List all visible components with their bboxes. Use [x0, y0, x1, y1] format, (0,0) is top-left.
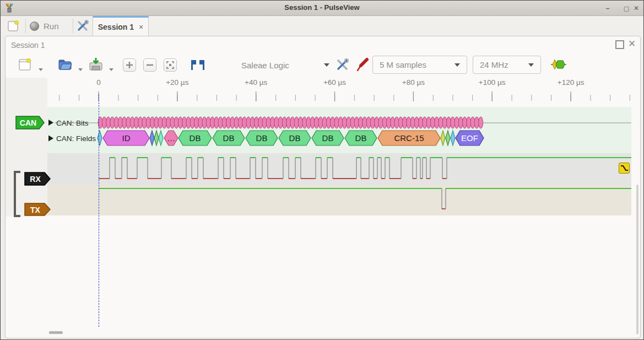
main-toolbar: Run Session 1 ×	[1, 16, 644, 36]
plus-icon	[126, 61, 133, 69]
zoom-out-button[interactable]	[143, 58, 156, 72]
session-dock: Session 1 ✕	[5, 36, 641, 338]
close-button[interactable]: ✕	[632, 4, 641, 13]
sample-count-select[interactable]: 5 M samples	[372, 56, 467, 74]
zoom-fit-button[interactable]	[164, 58, 177, 72]
device-select[interactable]: Saleae Logic	[237, 56, 333, 74]
tab-label: Session 1	[98, 23, 134, 31]
show-cursors-button[interactable]	[190, 58, 206, 74]
dock-close-icon[interactable]: ✕	[628, 38, 636, 50]
maximize-button[interactable]: ▢	[622, 4, 631, 13]
probe-icon	[356, 57, 370, 72]
save-dropdown-caret[interactable]	[109, 68, 113, 71]
pulseview-window: { "window": { "title": "Session 1 - Puls…	[0, 0, 644, 340]
time-cursor[interactable]	[99, 94, 99, 327]
run-button-label: Run	[44, 21, 59, 31]
tab-close-icon[interactable]: ×	[139, 23, 143, 31]
new-file-icon	[7, 19, 20, 33]
new-view-icon	[18, 57, 32, 72]
open-dropdown-caret[interactable]	[78, 68, 83, 71]
channels-button[interactable]	[356, 57, 370, 74]
wrench-icon	[335, 57, 349, 72]
tab-session-1[interactable]: Session 1 ×	[93, 16, 149, 36]
settings-button[interactable]	[76, 19, 89, 35]
horizontal-scrollbar[interactable]	[49, 331, 63, 334]
trigger-marker[interactable]	[619, 163, 630, 174]
open-button[interactable]	[57, 57, 73, 74]
fit-icon	[166, 61, 174, 69]
cursors-flags-icon	[190, 58, 206, 72]
minus-icon	[146, 61, 154, 69]
new-view-button[interactable]	[18, 57, 32, 74]
falling-edge-icon	[619, 163, 629, 173]
decoder-icon	[550, 58, 567, 71]
vertical-scrollbar[interactable]	[636, 185, 638, 334]
sample-rate-select[interactable]: 24 MHz	[473, 56, 541, 74]
window-title: Session 1 - PulseView	[1, 3, 643, 12]
zoom-in-button[interactable]	[123, 58, 136, 72]
dock-float-button[interactable]	[615, 40, 624, 49]
minimize-button[interactable]: –	[603, 4, 612, 13]
device-select-label: Saleae Logic	[241, 61, 289, 70]
new-view-dropdown-caret[interactable]	[39, 68, 43, 71]
save-button[interactable]	[88, 57, 104, 74]
dock-title: Session 1	[11, 41, 45, 50]
run-state-icon	[30, 21, 39, 31]
save-icon	[88, 57, 104, 72]
device-select-caret	[324, 63, 329, 67]
title-bar: Session 1 - PulseView – ▢ ✕	[1, 1, 643, 16]
open-folder-icon	[57, 57, 73, 72]
tools-icon	[76, 19, 89, 33]
run-button[interactable]: Run	[30, 18, 59, 34]
sample-count-label: 5 M samples	[380, 60, 426, 69]
toolbar-separator	[25, 19, 26, 33]
new-session-button[interactable]	[7, 19, 20, 35]
add-decoder-button[interactable]	[550, 58, 567, 73]
configure-device-button[interactable]	[335, 57, 349, 74]
toolbar-separator	[73, 19, 73, 33]
sample-rate-label: 24 MHz	[480, 60, 508, 69]
sample-count-caret	[454, 63, 460, 67]
sample-rate-caret	[528, 63, 534, 67]
